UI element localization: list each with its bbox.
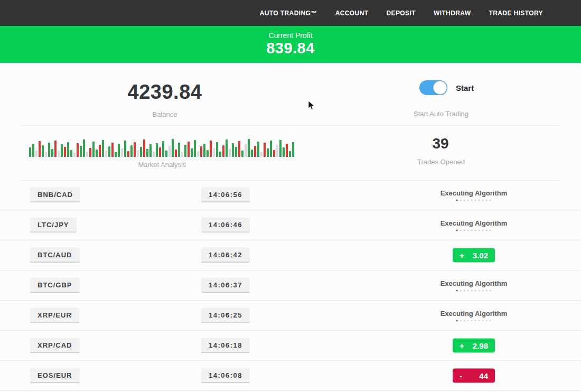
- mouse-cursor: [308, 100, 315, 111]
- market-bar: [276, 145, 278, 157]
- pair-chip: XRP/EUR: [30, 308, 79, 323]
- nav-item-auto-trading[interactable]: AUTO TRADING™: [260, 10, 317, 17]
- market-bar: [108, 146, 110, 157]
- market-bar: [251, 150, 253, 157]
- market-bar: [156, 143, 158, 157]
- time-chip: 14:06:37: [201, 278, 250, 293]
- market-bar: [130, 145, 133, 157]
- time-chip: 14:06:46: [201, 218, 250, 233]
- market-analysis-chart: [29, 139, 296, 157]
- market-bar: [29, 147, 31, 157]
- market-bar: [194, 140, 196, 157]
- trade-status: +3.02: [453, 248, 495, 263]
- market-bar: [181, 152, 183, 157]
- badge-value: 2.98: [473, 341, 488, 350]
- toggle-switch-on[interactable]: [419, 80, 447, 95]
- time-chip: 14:06:08: [201, 368, 250, 384]
- market-bar: [134, 142, 136, 157]
- market-bar: [267, 148, 269, 157]
- market-bar: [140, 147, 142, 157]
- market-bar: [83, 139, 85, 157]
- market-bar: [58, 151, 60, 157]
- nav-item-account[interactable]: ACCOUNT: [335, 10, 369, 17]
- market-bar: [270, 141, 272, 157]
- market-bar: [241, 151, 243, 157]
- market-bar: [238, 141, 240, 157]
- trade-row: XRP/EUR14:06:25Executing Algorithm: [0, 301, 581, 331]
- time-chip: 14:06:42: [201, 248, 250, 263]
- market-bar: [42, 145, 44, 157]
- market-bar: [96, 150, 98, 157]
- nav-item-trade-history[interactable]: TRADE HISTORY: [489, 10, 543, 17]
- market-bar: [153, 152, 155, 157]
- market-bar: [61, 144, 63, 157]
- market-bar: [197, 151, 199, 157]
- market-bar: [105, 151, 107, 157]
- trade-status: Executing Algorithm: [441, 219, 508, 231]
- market-bar: [200, 146, 202, 157]
- market-bar: [32, 144, 34, 157]
- market-bar: [99, 145, 101, 157]
- market-bar: [210, 141, 212, 157]
- trade-row: BTC/AUD14:06:42+3.02: [0, 240, 581, 270]
- trades-opened-label: Trades Opened: [417, 158, 465, 166]
- market-bar: [207, 150, 209, 157]
- market-bar: [127, 151, 129, 157]
- market-bar: [118, 144, 120, 157]
- market-bar: [159, 147, 161, 157]
- loader-dots: [441, 230, 508, 231]
- market-bar: [273, 150, 275, 157]
- market-bar: [35, 151, 38, 157]
- trade-row: BTC/GBP14:06:37Executing Algorithm: [0, 270, 581, 301]
- trade-list: BNB/CAD14:06:56Executing AlgorithmLTC/JP…: [0, 180, 581, 391]
- trade-status: Executing Algorithm: [441, 310, 508, 322]
- market-bar: [264, 143, 266, 157]
- market-bar: [245, 144, 247, 157]
- current-profit-value: 839.84: [0, 40, 581, 57]
- market-bar: [64, 147, 66, 157]
- market-bar: [143, 139, 145, 157]
- market-analysis-label: Market Analysis: [138, 161, 186, 169]
- market-bar: [216, 142, 218, 157]
- loader-dots: [441, 320, 508, 322]
- trade-status: Executing Algorithm: [441, 189, 508, 201]
- market-bar: [80, 146, 82, 157]
- market-bar: [115, 152, 117, 157]
- market-bar: [149, 144, 152, 157]
- market-bar: [286, 144, 288, 157]
- toggle-label: Start: [456, 83, 474, 92]
- badge-value: 44: [479, 371, 488, 380]
- market-bar: [175, 150, 177, 157]
- current-profit-label: Current Profit: [0, 31, 581, 40]
- auto-trading-toggle[interactable]: Start: [419, 80, 474, 95]
- executing-algorithm-label: Executing Algorithm: [441, 310, 508, 318]
- pair-chip: BTC/AUD: [30, 248, 80, 263]
- time-chip: 14:06:25: [201, 308, 250, 323]
- market-bar: [67, 142, 69, 157]
- market-bar: [86, 152, 88, 157]
- market-bar: [219, 152, 221, 157]
- market-bar: [45, 152, 47, 157]
- market-bar: [222, 145, 224, 157]
- market-bar: [178, 143, 180, 157]
- pair-chip: XRP/CAD: [30, 338, 80, 353]
- market-bar: [77, 143, 79, 157]
- toggle-knob[interactable]: [433, 81, 447, 95]
- time-chip: 14:06:18: [201, 338, 250, 353]
- market-bar: [260, 152, 263, 157]
- nav-item-deposit[interactable]: DEPOSIT: [386, 10, 415, 17]
- trade-row: EOS/EUR14:06:08-44: [0, 361, 581, 391]
- current-profit-banner: Current Profit 839.84: [0, 26, 581, 63]
- trades-opened-value: 39: [432, 135, 448, 152]
- market-bar: [203, 144, 205, 157]
- trade-row: BNB/CAD14:06:56Executing Algorithm: [0, 180, 581, 210]
- market-bar: [248, 139, 250, 157]
- market-bar: [162, 141, 164, 157]
- market-bar: [191, 148, 193, 157]
- nav-item-withdraw[interactable]: WITHDRAW: [434, 10, 471, 17]
- profit-badge: +3.02: [453, 248, 495, 263]
- market-bar: [54, 141, 57, 157]
- trade-status: Executing Algorithm: [441, 279, 508, 292]
- top-nav: AUTO TRADING™ACCOUNTDEPOSITWITHDRAWTRADE…: [0, 0, 581, 26]
- market-bar: [92, 142, 95, 157]
